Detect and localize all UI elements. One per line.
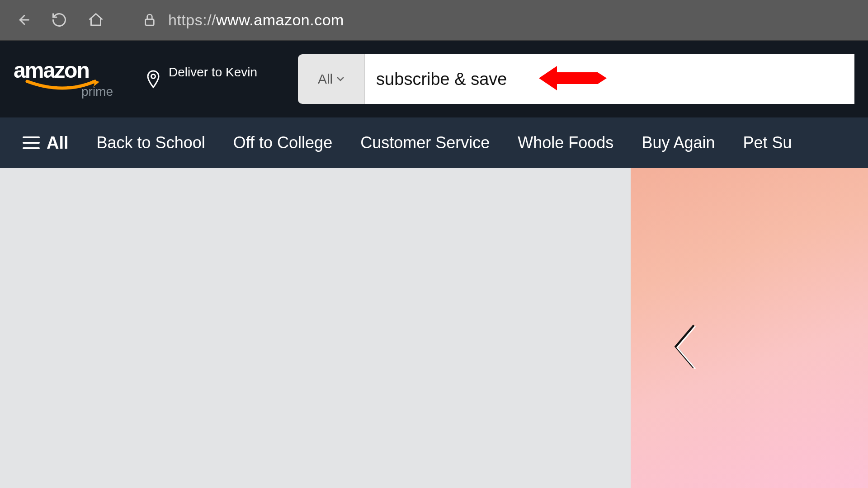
refresh-button[interactable]: [51, 12, 67, 28]
deliver-to-label: Deliver to Kevin: [169, 65, 257, 80]
svg-point-2: [151, 75, 156, 79]
nav-all-label: All: [47, 133, 69, 153]
url-text: https://www.amazon.com: [168, 11, 344, 29]
home-button[interactable]: [88, 12, 104, 28]
main-content: [0, 168, 868, 488]
annotation-arrow-icon: [537, 62, 609, 96]
nav-whole-foods[interactable]: Whole Foods: [518, 133, 613, 152]
hero-carousel-panel: [631, 168, 868, 488]
search-input[interactable]: [376, 70, 843, 89]
address-bar[interactable]: https://www.amazon.com: [142, 11, 854, 29]
location-pin-icon: [145, 70, 162, 89]
search-category-dropdown[interactable]: All: [298, 54, 365, 104]
svg-rect-1: [146, 19, 154, 25]
nav-back-to-school[interactable]: Back to School: [97, 133, 205, 152]
nav-all-menu[interactable]: All: [23, 133, 69, 153]
nav-off-to-college[interactable]: Off to College: [233, 133, 332, 152]
search-input-container: [365, 54, 854, 104]
content-left-panel: [0, 168, 631, 488]
amazon-logo[interactable]: amazon prime: [14, 60, 113, 99]
nav-customer-service[interactable]: Customer Service: [360, 133, 490, 152]
chevron-down-icon: [336, 76, 344, 82]
prime-label: prime: [81, 84, 113, 99]
lock-icon: [142, 13, 157, 27]
dropdown-label: All: [318, 71, 333, 87]
secondary-nav: All Back to School Off to College Custom…: [0, 117, 868, 168]
nav-pet-supplies[interactable]: Pet Su: [743, 133, 792, 152]
nav-buy-again[interactable]: Buy Again: [642, 133, 715, 152]
back-button[interactable]: [14, 11, 31, 28]
logo-text: amazon: [14, 60, 113, 81]
site-header: amazon prime Deliver to Kevin All: [0, 41, 868, 117]
carousel-prev-button[interactable]: [669, 322, 701, 373]
deliver-to-button[interactable]: Deliver to Kevin: [145, 65, 257, 93]
browser-toolbar: https://www.amazon.com: [0, 0, 868, 41]
search-bar: All: [298, 54, 854, 104]
hamburger-icon: [23, 136, 40, 150]
